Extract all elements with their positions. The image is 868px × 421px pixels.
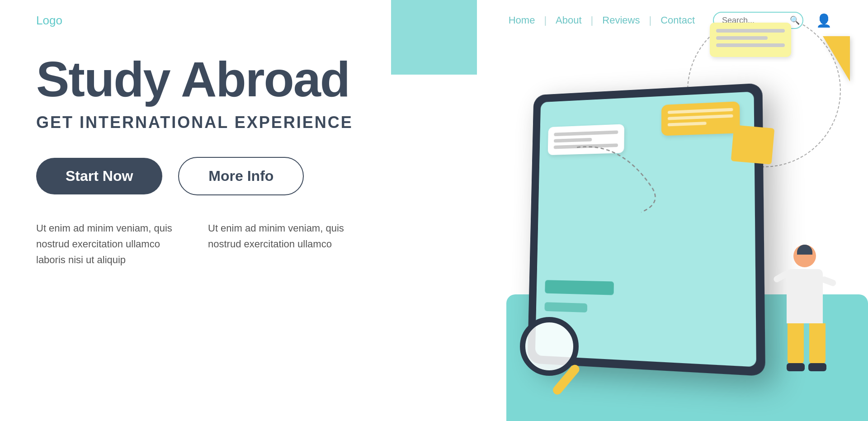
green-bar-1 [545,280,614,295]
note-paper [710,23,791,57]
person-pants [787,323,823,371]
nav-reviews[interactable]: Reviews [597,14,645,26]
note-line-2 [716,36,768,40]
person-leg-left [788,323,804,364]
nav-sep-1: | [544,14,547,26]
triangle-yellow [823,36,850,81]
nav-contact[interactable]: Contact [655,14,700,26]
person-body [787,269,823,323]
person-right-arm [820,275,837,287]
person-illustration [787,245,823,371]
description-row: Ut enim ad minim veniam, quis nostrud ex… [36,220,375,268]
desc-right: Ut enim ad minim veniam, quis nostrud ex… [208,220,353,268]
nav-about[interactable]: About [550,14,587,26]
nav-home[interactable]: Home [503,14,541,26]
speech-line-1 [668,108,733,114]
nav-sep-3: | [649,14,651,26]
illustration-area [461,0,868,421]
buttons-row: Start Now More Info [36,157,375,195]
more-info-button[interactable]: More Info [178,157,304,195]
user-icon[interactable]: 👤 [816,13,832,28]
magnifier [520,317,579,376]
person-shoe-right [808,363,826,371]
magnifier-glass [520,317,579,376]
search-icon: 🔍 [790,15,800,25]
megaphone-shape [823,36,850,81]
desc-left: Ut enim ad minim veniam, quis nostrud ex… [36,220,181,268]
sticky-note [731,125,775,165]
person-leg-right [809,323,826,364]
tablet-dashed-curve [563,131,673,222]
logo: Logo [36,14,62,28]
note-line-1 [716,29,785,33]
teal-square-decoration [391,0,477,75]
start-now-button[interactable]: Start Now [36,158,162,194]
person-left-arm [773,270,789,284]
person-head [793,245,816,267]
speech-line-3 [668,122,707,126]
person-hair [797,245,812,255]
speech-bubble-yellow [661,101,740,136]
hero-headline: Study Abroad [36,54,375,104]
speech-line-2 [668,114,733,120]
main-content: Study Abroad GET INTERNATIONAL EXPERIENC… [36,54,375,268]
hero-subheadline: GET INTERNATIONAL EXPERIENCE [36,113,375,132]
green-bar-2 [544,302,587,312]
note-line-3 [716,43,785,47]
nav-sep-2: | [591,14,594,26]
person-shoe-left [787,363,805,371]
